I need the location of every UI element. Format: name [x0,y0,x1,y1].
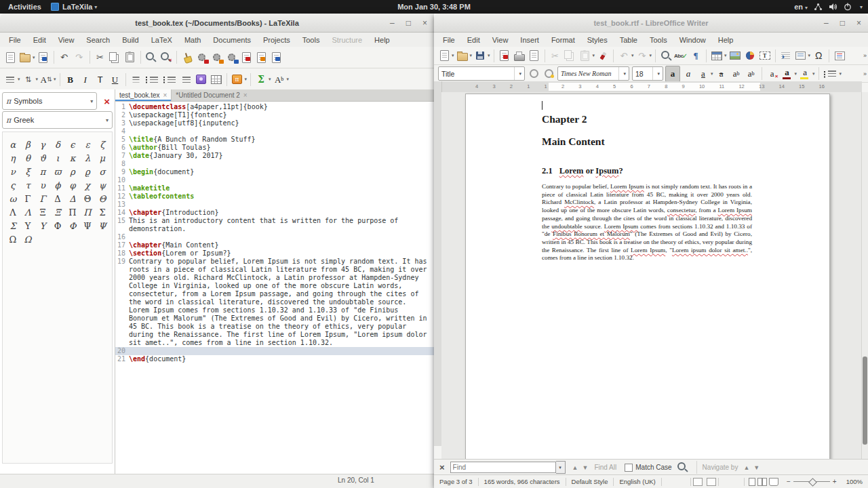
chevron-down-icon[interactable]: ▾ [593,53,595,58]
update-style-button[interactable] [527,66,540,81]
greek-symbol[interactable]: Π [65,205,80,219]
greek-symbol[interactable]: ρ [65,165,80,178]
greek-symbol[interactable]: Θ [95,192,110,205]
code-line-20[interactable]: 20​ [115,347,434,355]
redo-button[interactable]: ↷ [635,48,649,63]
minimize-button[interactable]: – [824,19,829,27]
multi-page-view-icon[interactable] [757,478,767,486]
chevron-down-icon[interactable]: ▾ [711,71,713,77]
page-break-button[interactable] [779,48,793,63]
chevron-down-icon[interactable]: ▾ [631,53,634,58]
save-button[interactable] [37,50,50,65]
redo-button[interactable]: ↷ [73,50,86,65]
compile-latexmk-button[interactable] [195,50,209,65]
zoom-out-button[interactable]: − [787,478,791,485]
close-button[interactable]: × [422,19,427,27]
greek-symbol[interactable]: Ξ [35,205,50,219]
insert-image-button[interactable] [728,48,742,63]
greek-symbol[interactable]: Π [80,205,95,219]
close-button[interactable]: × [856,19,861,27]
greek-symbol[interactable]: Γ [20,192,35,205]
toolbar-overflow-button[interactable]: » [863,52,867,59]
find-and-replace-icon[interactable] [676,460,690,475]
typewriter-button[interactable]: T [94,72,107,87]
writer-menu-file[interactable]: File [437,36,461,44]
greek-symbol[interactable]: μ [95,151,110,165]
save-button[interactable] [473,48,487,63]
greek-symbol[interactable]: Φ [65,219,80,232]
greek-symbol[interactable]: ϑ [35,151,50,165]
italic-button[interactable]: a [682,66,695,81]
math-functions-button[interactable]: Σ [254,72,268,87]
insert-image-button[interactable] [195,72,208,87]
new-document-button[interactable] [3,50,17,65]
power-icon[interactable] [844,3,852,11]
greek-symbol[interactable]: ν [5,165,20,178]
code-line-10[interactable]: 10​ [115,176,434,184]
greek-symbol[interactable]: δ [50,138,65,151]
latexila-menu-help[interactable]: Help [368,36,396,44]
app-menu[interactable]: LaTeXila ▾ [51,3,97,11]
code-line-21[interactable]: 21\end{document} [115,355,434,363]
greek-symbol[interactable]: ξ [20,165,35,178]
paste-button[interactable] [123,50,137,65]
chevron-down-icon[interactable]: ▾ [54,77,56,82]
greek-symbol[interactable]: ϖ [50,165,65,178]
chevron-down-icon[interactable]: ▾ [650,53,652,58]
greek-symbol[interactable]: η [5,151,20,165]
page-count[interactable]: Page 3 of 3 [434,478,478,485]
undo-button[interactable]: ↶ [617,48,631,63]
latexila-menu-edit[interactable]: Edit [27,36,52,44]
greek-symbol[interactable]: Γ [35,192,50,205]
greek-symbol[interactable]: Θ [80,192,95,205]
insert-textbox-button[interactable]: T [758,48,772,63]
code-line-6[interactable]: 6\author{Bill Toulas} [115,144,434,152]
latexila-menu-documents[interactable]: Documents [207,36,257,44]
zoom-slider-thumb[interactable] [808,478,817,487]
greek-symbol[interactable]: α [5,138,20,151]
greek-symbol[interactable]: ϱ [80,165,95,178]
find-previous-icon[interactable]: ▲ [572,464,578,471]
cut-button[interactable]: ✂ [549,48,562,63]
spelling-button[interactable]: Abc✓ [674,48,688,63]
insert-chart-button[interactable] [743,48,757,63]
close-panel-icon[interactable]: × [101,96,113,106]
chevron-down-icon[interactable]: ▾ [452,53,454,58]
code-line-8[interactable]: 8​ [115,160,434,168]
tab-test-book-tex[interactable]: test_book.tex × [115,89,172,101]
toolbar-overflow-button[interactable]: » [863,70,867,77]
greek-symbol[interactable]: Ω [20,232,35,246]
find-all-button[interactable]: Find All [594,464,616,471]
greek-symbol[interactable]: Δ [50,192,65,205]
symbol-category-selector[interactable]: π Greek ▾ [2,111,113,129]
zoom-in-button[interactable]: + [833,478,837,485]
greek-symbol[interactable]: Φ [50,219,65,232]
writer-menu-window[interactable]: Window [673,36,712,44]
latexila-menu-view[interactable]: View [52,36,81,44]
close-tab-icon[interactable]: × [243,92,248,99]
subscript-button[interactable]: ab [745,66,758,81]
itemize-list-button[interactable] [144,72,161,87]
document-modified-icon[interactable] [707,478,716,486]
writer-menu-insert[interactable]: Insert [514,36,545,44]
writer-menu-format[interactable]: Format [545,36,581,44]
chevron-down-icon[interactable]: ▾ [33,55,35,60]
volume-icon[interactable] [829,3,837,11]
greek-symbol[interactable]: Ξ [50,205,65,219]
code-line-2[interactable]: 2\usepackage[T1]{fontenc} [115,111,434,119]
match-case-checkbox[interactable] [625,464,633,472]
font-size-selector[interactable]: 18 ▾ [632,66,663,81]
code-line-11[interactable]: 11\maketitle [115,184,434,192]
vertical-scrollbar[interactable] [861,92,868,460]
view-pdf-button[interactable] [240,50,254,65]
latexila-menu-projects[interactable]: Projects [257,36,296,44]
open-button[interactable] [456,48,469,63]
code-line-16[interactable]: 16​ [115,233,434,241]
writer-menu-table[interactable]: Table [614,36,644,44]
writer-menu-styles[interactable]: Styles [581,36,614,44]
writer-menu-view[interactable]: View [486,36,515,44]
greek-symbol[interactable]: χ [80,178,95,192]
code-line-5[interactable]: 5\title{A Bunch of Random Stuff} [115,136,434,144]
writer-menu-help[interactable]: Help [712,36,740,44]
clear-formatting-button[interactable]: a× [766,66,779,81]
